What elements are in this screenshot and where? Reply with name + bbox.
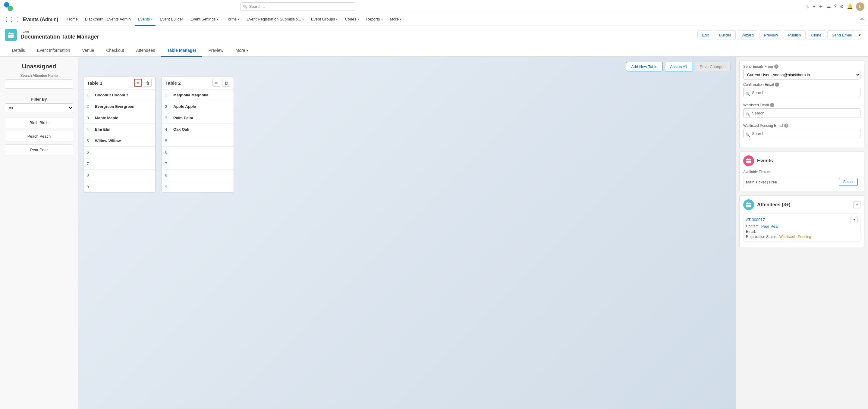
search-input[interactable]	[241, 2, 355, 11]
tab-details[interactable]: Details	[6, 44, 31, 57]
select-ticket-button[interactable]: Select	[839, 178, 858, 186]
table-2-edit-icon[interactable]: ✏	[213, 79, 220, 87]
tab-preview[interactable]: Preview	[202, 44, 229, 57]
save-changes-button[interactable]: Save Changes	[695, 62, 731, 71]
assign-all-button[interactable]: Assign All	[665, 62, 692, 71]
info-icon: i	[775, 82, 779, 87]
notification-icon[interactable]: 🔔	[847, 4, 853, 9]
nav-item-more[interactable]: More ▾	[387, 13, 405, 26]
ticket-row: Main Ticket | Free Select	[743, 176, 861, 188]
attendee-card-pear[interactable]: Pear Pear	[5, 144, 73, 156]
builder-button[interactable]: Builder	[715, 30, 736, 39]
cloud-icon[interactable]: ☁	[826, 4, 831, 9]
tab-checkout[interactable]: Checkout	[100, 44, 130, 57]
table-row: 2 Evergreen Evergreen	[84, 101, 155, 112]
wizard-button[interactable]: Wizard	[737, 30, 758, 39]
clone-button[interactable]: Clone	[807, 30, 826, 39]
nav-item-event-groups[interactable]: Event Groups ▾	[308, 13, 341, 26]
edit-icon[interactable]: ✏	[861, 17, 864, 22]
chevron-down-icon: ▾	[358, 18, 359, 21]
waitlisted-email-input[interactable]	[743, 108, 861, 117]
attendees-dropdown-btn[interactable]: ▾	[853, 201, 861, 208]
attendee-contact-value[interactable]: Pear Pear	[761, 224, 779, 229]
available-tickets-label: Available Tickets	[743, 170, 861, 174]
event-label: Event	[21, 30, 694, 34]
svg-rect-8	[749, 159, 750, 160]
table-2-name: Table 2	[165, 80, 181, 86]
attendees-icon	[743, 199, 754, 210]
nav-item-event-settings[interactable]: Event Settings ▾	[187, 13, 221, 26]
add-icon[interactable]: ＋	[818, 3, 823, 10]
help-icon[interactable]: ?	[834, 4, 837, 9]
settings-icon[interactable]: ⚙	[840, 4, 844, 9]
waitlisted-email-search: 🔍	[743, 108, 861, 121]
tab-table-manager[interactable]: Table Manager	[161, 44, 202, 57]
attendee-contact-field: Contact: Pear Pear	[746, 224, 858, 229]
events-title: Events	[757, 158, 773, 164]
attendee-card-peach[interactable]: Peach Peach	[5, 131, 73, 142]
info-icon: i	[770, 103, 774, 107]
send-email-dropdown[interactable]: ▾	[856, 30, 863, 39]
table-row: 5	[162, 135, 234, 147]
confirmation-email-input[interactable]	[743, 88, 861, 97]
nav-item-forms[interactable]: Forms ▾	[222, 13, 242, 26]
waitlisted-pending-email-input[interactable]	[743, 129, 861, 138]
avatar[interactable]: U	[856, 2, 864, 11]
confirmation-email-label: Confirmation Email i	[743, 82, 861, 87]
edit-button[interactable]: Edit	[698, 30, 713, 39]
nav-item-events[interactable]: Events ▾	[135, 13, 156, 26]
filter-select[interactable]: All	[5, 103, 73, 112]
svg-rect-4	[12, 32, 12, 34]
top-bar: 🔍 ☆ ▾ ＋ ☁ ? ⚙ 🔔 U	[0, 0, 868, 13]
chevron-down-icon: ▾	[246, 48, 248, 53]
waitlisted-pending-email-search: 🔍	[743, 129, 861, 141]
table-2-header: Table 2 ✏ 🗑	[162, 76, 234, 90]
favorites-icon[interactable]: ☆	[806, 4, 810, 9]
attendee-search-input[interactable]	[5, 79, 73, 89]
table-row: 1 Coconut Coconut	[84, 90, 155, 101]
events-section-header: Events	[743, 156, 861, 166]
tables-grid: Table 1 ✏ 🗑 1 Coconut Coconut 2 Evergree…	[83, 76, 731, 193]
preview-button[interactable]: Preview	[760, 30, 782, 39]
table-2-delete-icon[interactable]: 🗑	[222, 79, 230, 87]
nav-item-home[interactable]: Home	[64, 13, 81, 26]
event-header-actions: Edit Builder Wizard Preview Publish Clon…	[698, 30, 863, 39]
table-manager-toolbar: Add New Table Assign All Save Changes	[83, 62, 731, 71]
tab-more[interactable]: More ▾	[229, 44, 254, 57]
global-search[interactable]: 🔍	[241, 2, 355, 11]
attendee-card-birch[interactable]: Birch Birch	[5, 117, 73, 128]
table-row: 4 Elm Elm	[84, 124, 155, 135]
dropdown-icon[interactable]: ▾	[813, 4, 815, 9]
nav-item-codes[interactable]: Codes ▾	[342, 13, 362, 26]
send-email-button[interactable]: Send Email	[827, 30, 856, 39]
search-icon: 🔍	[746, 133, 750, 137]
svg-rect-7	[747, 159, 748, 160]
nav-app-icon: ⋮⋮⋮	[4, 16, 20, 23]
top-bar-actions: ☆ ▾ ＋ ☁ ? ⚙ 🔔 U	[806, 2, 864, 11]
table-1-edit-icon[interactable]: ✏	[134, 79, 142, 87]
attendee-id-link[interactable]: AT-000017	[746, 217, 765, 222]
table-row: 7	[84, 158, 155, 170]
svg-rect-3	[9, 32, 10, 34]
waitlisted-email-label: Waitlisted Email i	[743, 103, 861, 107]
events-section: Events Available Tickets Main Ticket | F…	[739, 151, 864, 192]
table-row: 4 Oak Oak	[162, 124, 234, 135]
svg-rect-12	[749, 202, 750, 204]
nav-item-blackthorn[interactable]: Blackthorn | Events Admin	[82, 13, 134, 26]
publish-button[interactable]: Publish	[784, 30, 806, 39]
table-1-delete-icon[interactable]: 🗑	[144, 79, 152, 87]
filter-label: Filter By	[5, 97, 73, 102]
nav-item-reports[interactable]: Reports ▾	[363, 13, 386, 26]
attendee-record-dropdown[interactable]: ▾	[850, 216, 858, 223]
send-emails-from-select[interactable]: Current User - sneha@blackthorn.io	[743, 70, 861, 79]
info-icon: i	[784, 124, 788, 128]
tab-attendees[interactable]: Attendees	[130, 44, 161, 57]
svg-rect-11	[747, 202, 748, 204]
nav-item-event-reg[interactable]: Event Registration Submissio... ▾	[244, 13, 307, 26]
attendee-email-field: Email:	[746, 230, 858, 234]
event-header: Event Documentation Table Manager Edit B…	[0, 26, 868, 44]
add-new-table-button[interactable]: Add New Table	[626, 62, 662, 71]
tab-venue[interactable]: Venue	[76, 44, 100, 57]
tab-event-information[interactable]: Event Information	[31, 44, 76, 57]
nav-item-event-builder[interactable]: Event Builder	[157, 13, 186, 26]
